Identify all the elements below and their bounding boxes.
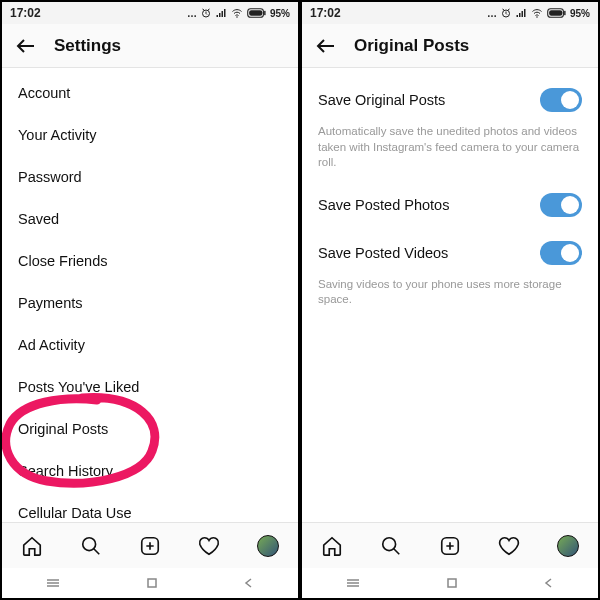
home-icon[interactable] <box>21 535 43 557</box>
settings-item-search-history[interactable]: Search History <box>2 450 298 492</box>
toggle-label: Save Original Posts <box>318 92 445 108</box>
svg-point-9 <box>536 16 538 18</box>
toggle-description: Saving videos to your phone uses more st… <box>302 277 598 318</box>
svg-rect-3 <box>249 10 262 16</box>
original-posts-content: Save Original Posts Automatically save t… <box>302 68 598 522</box>
back-key[interactable] <box>243 577 255 589</box>
toggle-label: Save Posted Photos <box>318 197 449 213</box>
android-softkeys <box>302 568 598 598</box>
profile-avatar[interactable] <box>257 535 279 557</box>
status-indicators: … 95% <box>487 7 590 19</box>
home-icon[interactable] <box>321 535 343 557</box>
toggle-switch[interactable] <box>540 241 582 265</box>
statusbar: 17:02 … 95% <box>302 2 598 24</box>
profile-avatar[interactable] <box>557 535 579 557</box>
svg-point-1 <box>236 16 238 18</box>
wifi-icon <box>530 7 544 19</box>
settings-item-original-posts[interactable]: Original Posts <box>2 408 298 450</box>
svg-point-13 <box>383 537 396 550</box>
settings-item-password[interactable]: Password <box>2 156 298 198</box>
page-title: Settings <box>54 36 121 56</box>
home-key[interactable] <box>146 577 158 589</box>
signal-icon <box>215 7 227 19</box>
alarm-icon <box>200 7 212 19</box>
heart-icon[interactable] <box>498 535 520 557</box>
svg-rect-15 <box>448 579 456 587</box>
signal-icon <box>515 7 527 19</box>
svg-rect-11 <box>549 10 562 16</box>
recents-key[interactable] <box>345 577 361 589</box>
battery-icon <box>247 7 267 19</box>
add-icon[interactable] <box>439 535 461 557</box>
back-icon[interactable] <box>14 34 38 58</box>
bottom-nav <box>302 522 598 568</box>
recents-key[interactable] <box>45 577 61 589</box>
settings-item-account[interactable]: Account <box>2 72 298 114</box>
toggle-description: Automatically save the unedited photos a… <box>302 124 598 181</box>
status-indicators: … 95% <box>187 7 290 19</box>
battery-text: 95% <box>570 8 590 19</box>
svg-point-5 <box>83 537 96 550</box>
appbar: Original Posts <box>302 24 598 68</box>
alarm-icon <box>500 7 512 19</box>
settings-item-ad-activity[interactable]: Ad Activity <box>2 324 298 366</box>
settings-list: Account Your Activity Password Saved Clo… <box>2 68 298 522</box>
toggle-switch[interactable] <box>540 193 582 217</box>
home-key[interactable] <box>446 577 458 589</box>
settings-item-payments[interactable]: Payments <box>2 282 298 324</box>
heart-icon[interactable] <box>198 535 220 557</box>
add-icon[interactable] <box>139 535 161 557</box>
battery-text: 95% <box>270 8 290 19</box>
phone-left: 17:02 … 95% Settings Account Your Activi… <box>2 2 298 598</box>
toggle-row-save-original: Save Original Posts <box>302 76 598 124</box>
status-time: 17:02 <box>10 6 41 20</box>
search-icon[interactable] <box>80 535 102 557</box>
bottom-nav <box>2 522 298 568</box>
statusbar: 17:02 … 95% <box>2 2 298 24</box>
toggle-label: Save Posted Videos <box>318 245 448 261</box>
settings-item-posts-liked[interactable]: Posts You've Liked <box>2 366 298 408</box>
search-icon[interactable] <box>380 535 402 557</box>
settings-content: Account Your Activity Password Saved Clo… <box>2 68 298 522</box>
settings-item-saved[interactable]: Saved <box>2 198 298 240</box>
toggle-list: Save Original Posts Automatically save t… <box>302 68 598 326</box>
toggle-switch[interactable] <box>540 88 582 112</box>
settings-item-cellular[interactable]: Cellular Data Use <box>2 492 298 522</box>
settings-item-close-friends[interactable]: Close Friends <box>2 240 298 282</box>
svg-rect-7 <box>148 579 156 587</box>
svg-rect-12 <box>564 11 565 15</box>
appbar: Settings <box>2 24 298 68</box>
phone-right: 17:02 … 95% Original Posts Save Original… <box>302 2 598 598</box>
wifi-icon <box>230 7 244 19</box>
settings-item-activity[interactable]: Your Activity <box>2 114 298 156</box>
battery-icon <box>547 7 567 19</box>
status-time: 17:02 <box>310 6 341 20</box>
svg-rect-4 <box>264 11 265 15</box>
toggle-row-save-photos: Save Posted Photos <box>302 181 598 229</box>
toggle-row-save-videos: Save Posted Videos <box>302 229 598 277</box>
back-icon[interactable] <box>314 34 338 58</box>
page-title: Original Posts <box>354 36 469 56</box>
android-softkeys <box>2 568 298 598</box>
back-key[interactable] <box>543 577 555 589</box>
